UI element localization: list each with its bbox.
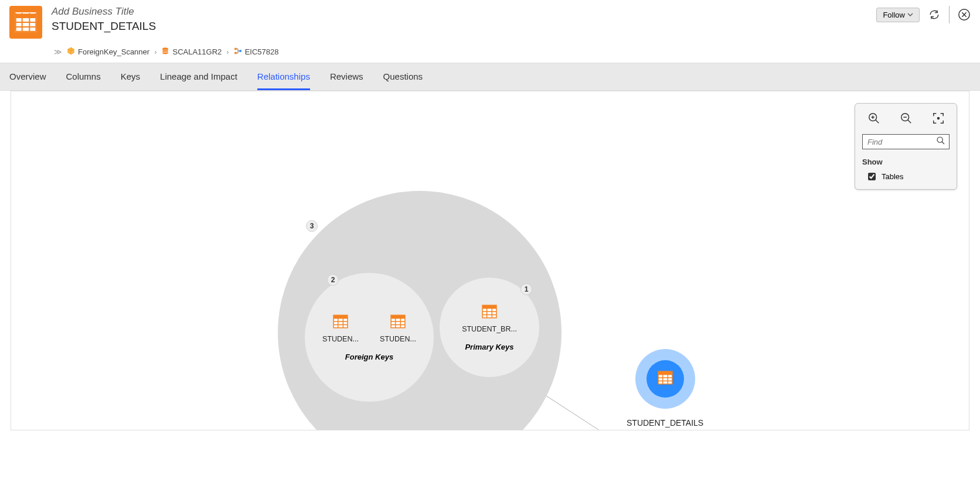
breadcrumb-label: ForeignKey_Scanner [78, 47, 149, 56]
find-input[interactable] [866, 137, 936, 147]
page-title: STUDENT_DETAILS [52, 20, 876, 33]
foreign-keys-group[interactable]: 2 STUDEN... STUDEN... Foreign Keys [305, 273, 434, 402]
database-icon [161, 47, 169, 57]
chevron-right-icon: › [154, 47, 156, 56]
fk-node-2[interactable]: STUDEN... [377, 314, 418, 343]
node-label: STUDEN... [380, 335, 416, 343]
fk-group-label: Foreign Keys [345, 353, 393, 361]
pk-count-badge: 1 [520, 283, 532, 295]
svg-rect-17 [239, 50, 241, 52]
node-label: STUDENT_BR... [462, 325, 517, 333]
primary-keys-group[interactable]: 1 STUDENT_BR... Primary Keys [440, 278, 539, 377]
find-input-wrap [862, 134, 950, 149]
svg-rect-15 [234, 48, 237, 50]
diagram-controls-panel: Show Tables [855, 103, 957, 190]
refresh-icon[interactable] [928, 8, 941, 21]
node-label: STUDEN... [322, 335, 359, 343]
focus-node[interactable]: STUDENT_DETAILS [627, 349, 703, 427]
table-icon [333, 314, 348, 331]
breadcrumb-item-scanner[interactable]: ForeignKey_Scanner [67, 47, 149, 57]
tables-filter-checkbox[interactable]: Tables [862, 171, 950, 182]
tab-lineage[interactable]: Lineage and Impact [160, 63, 237, 90]
svg-rect-25 [658, 371, 672, 374]
tables-count-badge: 3 [306, 220, 318, 232]
header-actions: Follow [876, 6, 971, 23]
schema-icon [234, 47, 242, 57]
svg-rect-16 [234, 52, 237, 54]
svg-point-34 [937, 137, 942, 142]
business-title-input[interactable]: Add Business Title [52, 6, 876, 18]
breadcrumb: ≫ ForeignKey_Scanner › SCALA11GR2 › EIC5… [0, 42, 980, 63]
svg-rect-23 [482, 305, 496, 308]
fk-count-badge: 2 [327, 274, 339, 286]
svg-rect-1 [16, 13, 36, 18]
zoom-in-icon[interactable] [867, 112, 880, 127]
chevron-right-icon: › [226, 47, 229, 56]
tables-checkbox-label: Tables [882, 172, 904, 181]
tab-questions[interactable]: Questions [383, 63, 423, 90]
svg-line-35 [942, 142, 944, 144]
pk-node-1[interactable]: STUDENT_BR... [469, 304, 510, 333]
pk-group-label: Primary Keys [465, 343, 513, 351]
cube-icon [67, 47, 75, 57]
svg-rect-21 [391, 315, 405, 318]
svg-line-27 [875, 120, 879, 124]
tab-reviews[interactable]: Reviews [330, 63, 363, 90]
tables-checkbox-input[interactable] [868, 173, 876, 180]
breadcrumb-item-schema[interactable]: EIC57828 [234, 47, 279, 57]
table-icon [9, 6, 42, 39]
breadcrumb-label: SCALA11GR2 [172, 47, 222, 56]
svg-line-31 [907, 120, 911, 124]
breadcrumb-label: EIC57828 [245, 47, 279, 56]
table-icon [482, 304, 497, 321]
close-icon[interactable] [958, 8, 971, 21]
search-icon[interactable] [936, 136, 945, 148]
tab-relationships[interactable]: Relationships [257, 63, 310, 90]
relationship-canvas[interactable]: 3 2 STUDEN... STUDEN... Foreign Keys [11, 91, 969, 430]
divider [949, 6, 950, 23]
follow-label: Follow [883, 11, 905, 19]
table-icon [390, 314, 406, 331]
tab-overview[interactable]: Overview [9, 63, 46, 90]
svg-point-33 [937, 117, 940, 120]
zoom-out-icon[interactable] [900, 112, 913, 127]
tab-columns[interactable]: Columns [66, 63, 101, 90]
breadcrumb-item-database[interactable]: SCALA11GR2 [161, 47, 222, 57]
chevron-down-icon [907, 11, 913, 19]
tab-keys[interactable]: Keys [121, 63, 140, 90]
follow-button[interactable]: Follow [876, 8, 920, 22]
fk-node-1[interactable]: STUDEN... [320, 314, 361, 343]
chevron-right-icon: ≫ [54, 47, 62, 56]
tables-cluster: 3 2 STUDEN... STUDEN... Foreign Keys [278, 191, 562, 430]
svg-rect-19 [334, 315, 348, 318]
focus-node-label: STUDENT_DETAILS [627, 418, 703, 427]
fit-to-screen-icon[interactable] [932, 112, 945, 127]
page-header: Add Business Title STUDENT_DETAILS Follo… [0, 0, 980, 42]
table-icon [658, 370, 673, 388]
tab-bar: Overview Columns Keys Lineage and Impact… [0, 63, 980, 91]
show-heading: Show [862, 158, 950, 166]
